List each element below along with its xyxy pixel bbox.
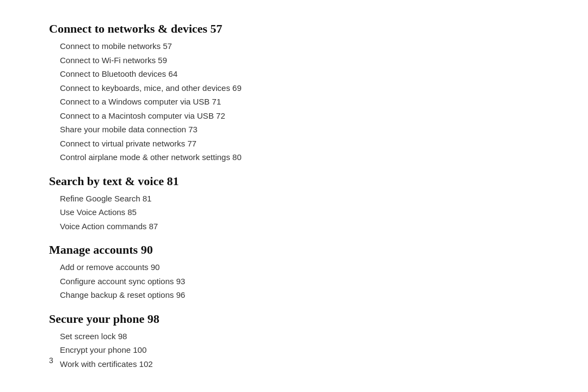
list-item: Connect to a Windows computer via USB 71 (60, 95, 539, 109)
list-item: Connect to Bluetooth devices 64 (60, 67, 539, 81)
section-manage-accounts: Manage accounts 90Add or remove accounts… (49, 243, 539, 302)
sub-items-search-text-voice: Refine Google Search 81Use Voice Actions… (60, 192, 539, 234)
list-item: Encrypt your phone 100 (60, 343, 539, 357)
list-item: Control airplane mode & other network se… (60, 150, 539, 164)
section-heading-manage-accounts: Manage accounts 90 (49, 243, 539, 257)
page-content: Connect to networks & devices 57Connect … (49, 22, 539, 370)
page-number: 3 (49, 356, 53, 365)
section-search-text-voice: Search by text & voice 81Refine Google S… (49, 174, 539, 234)
list-item: Work with certificates 102 (60, 357, 539, 371)
list-item: Add or remove accounts 90 (60, 260, 539, 274)
list-item: Connect to Wi-Fi networks 59 (60, 53, 539, 68)
list-item: Connect to keyboards, mice, and other de… (60, 81, 539, 95)
sub-items-connect-networks: Connect to mobile networks 57Connect to … (60, 39, 539, 164)
list-item: Change backup & reset options 96 (60, 288, 539, 302)
list-item: Voice Action commands 87 (60, 219, 539, 234)
section-connect-networks: Connect to networks & devices 57Connect … (49, 22, 539, 164)
list-item: Refine Google Search 81 (60, 192, 539, 206)
list-item: Connect to mobile networks 57 (60, 39, 539, 53)
list-item: Configure account sync options 93 (60, 274, 539, 289)
list-item: Set screen lock 98 (60, 329, 539, 344)
section-heading-secure-phone: Secure your phone 98 (49, 312, 539, 326)
list-item: Connect to virtual private networks 77 (60, 137, 539, 151)
sub-items-secure-phone: Set screen lock 98Encrypt your phone 100… (60, 329, 539, 371)
section-heading-connect-networks: Connect to networks & devices 57 (49, 22, 539, 36)
section-heading-search-text-voice: Search by text & voice 81 (49, 174, 539, 188)
section-secure-phone: Secure your phone 98Set screen lock 98En… (49, 312, 539, 371)
sub-items-manage-accounts: Add or remove accounts 90Configure accou… (60, 260, 539, 302)
list-item: Use Voice Actions 85 (60, 205, 539, 219)
list-item: Connect to a Macintosh computer via USB … (60, 109, 539, 123)
list-item: Share your mobile data connection 73 (60, 122, 539, 137)
